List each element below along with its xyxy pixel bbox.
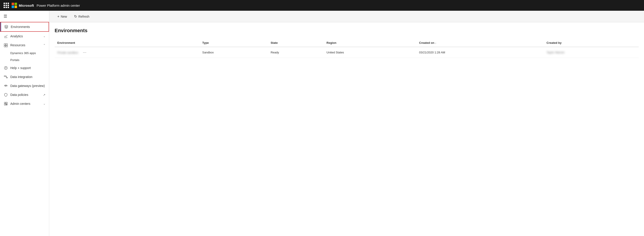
col-header-created-on[interactable]: Created on ↓ [416, 39, 544, 47]
new-label: New [61, 15, 67, 18]
svg-rect-14 [6, 102, 8, 104]
svg-rect-4 [4, 46, 6, 47]
sidebar-toggle[interactable]: ☰ [0, 11, 49, 22]
refresh-icon: ↻ [74, 14, 77, 18]
col-header-environment: Environment [54, 39, 200, 47]
svg-rect-15 [4, 104, 6, 105]
svg-marker-0 [5, 25, 8, 27]
app-title: Power Platform admin center [37, 3, 80, 7]
sidebar-item-help-support[interactable]: Help + support [0, 63, 49, 72]
data-policies-label: Data policies [10, 93, 28, 97]
admin-centers-chevron: ⌄ [43, 102, 46, 105]
svg-rect-5 [6, 46, 8, 47]
shield-icon [4, 93, 8, 97]
external-link-icon: ↗ [43, 93, 46, 97]
svg-point-7 [6, 69, 6, 69]
cell-type: Sandbox [200, 47, 268, 58]
sidebar-item-analytics[interactable]: Analytics ⌄ [0, 32, 49, 41]
cell-environment: Private sandbox ⋯ [54, 47, 200, 58]
svg-rect-3 [6, 44, 8, 45]
resources-chevron: ⌃ [43, 44, 46, 47]
col-header-type: Type [200, 39, 268, 47]
waffle-button[interactable] [4, 3, 9, 8]
sidebar-item-data-gateways[interactable]: Data gateways (preview) [0, 81, 49, 90]
page-title: Environments [54, 28, 639, 33]
col-header-region: Region [324, 39, 416, 47]
col-header-state: State [268, 39, 324, 47]
svg-rect-13 [4, 102, 6, 104]
portals-label: Portals [10, 58, 19, 62]
col-header-created-by: Created by [544, 39, 639, 47]
created-by-name: Taylor Warren [547, 51, 564, 54]
sidebar: ☰ Environments Analytics ⌄ [0, 11, 49, 236]
data-gateways-label: Data gateways (preview) [10, 84, 45, 88]
svg-rect-9 [6, 77, 8, 78]
cell-created-by: Taylor Warren [544, 47, 639, 58]
sidebar-item-dynamics365[interactable]: Dynamics 365 apps [0, 50, 49, 57]
svg-point-12 [6, 86, 6, 87]
resources-label: Resources [10, 43, 25, 47]
svg-rect-8 [4, 76, 5, 77]
resources-icon [4, 43, 8, 47]
cell-created-on: 03/21/2020 1:28 AM [416, 47, 544, 58]
table-header-row: Environment Type State Region Created on [54, 39, 639, 47]
new-button[interactable]: + New [54, 13, 70, 20]
cell-region: United States [324, 47, 416, 58]
sidebar-item-resources[interactable]: Resources ⌃ [0, 41, 49, 50]
refresh-label: Refresh [78, 15, 89, 18]
plus-icon: + [57, 14, 59, 18]
help-support-label: Help + support [10, 66, 31, 70]
chart-icon [4, 34, 8, 38]
analytics-chevron: ⌄ [43, 35, 46, 38]
topbar: Microsoft Power Platform admin center [0, 0, 644, 11]
sidebar-item-data-integration[interactable]: Data integration [0, 72, 49, 81]
toolbar: + New ↻ Refresh [49, 11, 644, 22]
sidebar-item-admin-centers[interactable]: Admin centers ⌄ [0, 99, 49, 108]
environments-label: Environments [11, 25, 30, 29]
data-integration-icon [4, 75, 8, 79]
environments-table: Environment Type State Region Created on [54, 39, 639, 58]
admin-icon [4, 102, 8, 106]
dynamics365-label: Dynamics 365 apps [10, 51, 36, 55]
gateway-icon [4, 84, 8, 88]
content-area: Environments Environment Type State [49, 22, 644, 236]
layers-icon [4, 25, 8, 29]
analytics-label: Analytics [10, 34, 23, 38]
row-more-button[interactable]: ⋯ [82, 50, 88, 55]
sidebar-item-data-policies[interactable]: Data policies ↗ [0, 90, 49, 99]
refresh-button[interactable]: ↻ Refresh [72, 13, 92, 20]
table-row[interactable]: Private sandbox ⋯ Sandbox Ready United S… [54, 47, 639, 58]
cell-state: Ready [268, 47, 324, 58]
sidebar-item-portals[interactable]: Portals [0, 57, 49, 63]
microsoft-wordmark: Microsoft [19, 3, 34, 7]
data-integration-label: Data integration [10, 75, 32, 79]
sidebar-item-environments[interactable]: Environments [0, 22, 49, 32]
help-icon [4, 66, 8, 70]
sort-arrow-icon: ↓ [435, 42, 436, 44]
environment-name: Private sandbox [57, 51, 78, 54]
admin-centers-label: Admin centers [10, 102, 30, 106]
main-content: + New ↻ Refresh Environments Environment [49, 11, 644, 236]
svg-rect-2 [4, 44, 6, 45]
microsoft-logo: Microsoft [12, 3, 34, 8]
